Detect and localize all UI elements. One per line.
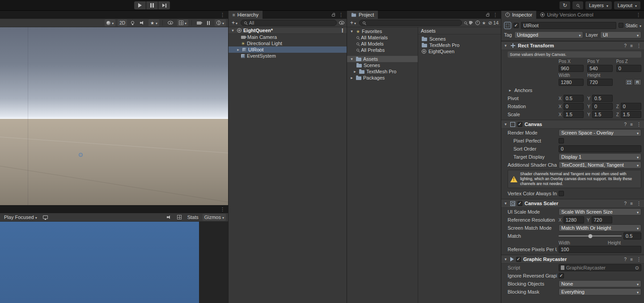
foldout-arrow-icon[interactable] xyxy=(230,28,235,33)
ignore-reversed-checkbox[interactable] xyxy=(559,273,564,278)
pixel-perfect-checkbox[interactable] xyxy=(559,138,564,143)
tag-dropdown[interactable]: Untagged xyxy=(514,31,584,38)
kebab-menu-icon[interactable] xyxy=(339,12,343,18)
slider-knob[interactable] xyxy=(588,234,592,238)
kebab-menu-icon[interactable] xyxy=(636,12,641,18)
foldout-arrow-icon[interactable] xyxy=(503,122,508,126)
foldout-arrow-icon[interactable] xyxy=(508,88,513,93)
play-button[interactable] xyxy=(134,1,146,9)
scene-camera-settings-button[interactable] xyxy=(195,19,203,26)
lock-icon[interactable] xyxy=(486,14,489,17)
graphic-raycaster-header[interactable]: Graphic Raycaster xyxy=(501,255,644,264)
create-object-button[interactable]: + xyxy=(231,19,238,26)
save-search-icon[interactable] xyxy=(482,20,486,25)
layout-dropdown[interactable]: Layout xyxy=(614,1,640,9)
layer-dropdown[interactable]: UI xyxy=(600,31,641,38)
game-viewport[interactable] xyxy=(0,222,228,303)
gizmos-dropdown-game[interactable]: Gizmos xyxy=(203,214,226,221)
vertex-color-checkbox[interactable] xyxy=(559,191,564,196)
foldout-arrow-icon[interactable] xyxy=(236,47,241,52)
foldout-arrow-icon[interactable] xyxy=(349,57,354,61)
screen-match-mode-dropdown[interactable]: Match Width Or Height xyxy=(559,224,641,231)
foldout-arrow-icon[interactable] xyxy=(503,201,508,206)
stats-button[interactable]: Stats xyxy=(186,214,200,221)
hierarchy-item-eventsystem[interactable]: EventSystem xyxy=(229,53,347,59)
scene-visibility-toggle[interactable] xyxy=(166,19,175,26)
play-focused-dropdown[interactable]: Play Focused xyxy=(2,214,39,221)
anchors-foldout[interactable]: Anchors xyxy=(501,86,644,94)
tree-item-favorites[interactable]: Favorites xyxy=(347,28,418,34)
height-field[interactable]: 720 xyxy=(587,79,612,86)
toggle-2d-button[interactable]: 2D xyxy=(118,19,127,26)
foldout-arrow-icon[interactable] xyxy=(349,76,354,80)
foldout-arrow-icon[interactable] xyxy=(503,43,508,48)
mute-audio-toggle[interactable] xyxy=(165,214,173,221)
scale-x-field[interactable]: 1.5 xyxy=(564,111,584,118)
blocking-mask-dropdown[interactable]: Everything xyxy=(559,288,641,295)
tree-item-all-prefabs[interactable]: All Prefabs xyxy=(347,47,418,53)
scale-y-field[interactable]: 1.5 xyxy=(592,111,613,118)
tab-project[interactable]: Project xyxy=(347,11,378,19)
tree-item-all-models[interactable]: All Models xyxy=(347,41,418,47)
ui-scale-mode-dropdown[interactable]: Scale With Screen Size xyxy=(559,208,641,215)
kebab-menu-icon[interactable] xyxy=(636,43,641,49)
hierarchy-item-main-camera[interactable]: Main Camera xyxy=(229,34,347,40)
tree-item-all-materials[interactable]: All Materials xyxy=(347,34,418,41)
kebab-menu-icon[interactable] xyxy=(636,257,641,262)
presets-icon[interactable] xyxy=(630,43,633,48)
scene-viewport[interactable] xyxy=(0,27,228,205)
presets-icon[interactable] xyxy=(630,257,633,262)
reference-x-field[interactable]: 1280 xyxy=(564,216,584,223)
pause-button[interactable] xyxy=(146,1,158,9)
kebab-menu-icon[interactable] xyxy=(493,12,498,18)
presets-icon[interactable] xyxy=(630,201,633,206)
grid-settings-dropdown[interactable] xyxy=(177,19,188,26)
shader-channels-dropdown[interactable]: TexCoord1, Normal, Tangent xyxy=(559,161,641,168)
help-icon[interactable] xyxy=(624,43,627,48)
object-picker-icon[interactable] xyxy=(635,265,639,271)
pivot-y-field[interactable]: 0.5 xyxy=(592,95,613,102)
filter-icon[interactable] xyxy=(339,21,344,25)
kebab-menu-icon[interactable] xyxy=(220,12,225,18)
pivot-x-field[interactable]: 0.5 xyxy=(564,95,584,102)
tab-hierarchy[interactable]: Hierarchy xyxy=(229,11,263,19)
project-search-input[interactable] xyxy=(359,20,462,26)
static-checkbox[interactable] xyxy=(619,23,623,28)
hierarchy-item-uiroot[interactable]: UIRoot xyxy=(229,46,347,53)
pos-x-field[interactable]: 960 xyxy=(559,65,584,72)
static-dropdown[interactable]: Static xyxy=(619,23,641,28)
tree-item-packages[interactable]: Packages xyxy=(347,75,418,81)
pos-y-field[interactable]: 540 xyxy=(587,65,612,72)
search-button[interactable] xyxy=(572,1,583,9)
help-icon[interactable] xyxy=(624,122,627,127)
search-by-type-icon[interactable] xyxy=(464,21,467,24)
scene-overlays-button[interactable] xyxy=(205,19,212,26)
graphic-raycaster-enabled-checkbox[interactable] xyxy=(516,257,521,262)
asset-item-eightqueen[interactable]: EightQueen xyxy=(418,48,501,55)
match-slider[interactable] xyxy=(559,232,622,240)
scene-lighting-toggle[interactable] xyxy=(129,19,136,26)
step-button[interactable] xyxy=(158,1,170,9)
active-checkbox[interactable] xyxy=(513,23,519,28)
gizmos-dropdown[interactable] xyxy=(215,19,226,26)
undo-history-button[interactable] xyxy=(559,1,570,9)
foldout-arrow-icon[interactable] xyxy=(352,69,357,74)
kebab-menu-icon[interactable] xyxy=(636,201,641,206)
info-icon[interactable] xyxy=(475,21,480,25)
tab-inspector[interactable]: Inspector xyxy=(501,11,536,19)
draw-mode-dropdown[interactable] xyxy=(105,19,115,26)
blocking-objects-dropdown[interactable]: None xyxy=(559,280,641,287)
asset-item-scenes[interactable]: Scenes xyxy=(418,36,501,42)
rotation-x-field[interactable]: 0 xyxy=(564,103,584,110)
canvas-header[interactable]: Canvas xyxy=(501,120,644,129)
hierarchy-search-input[interactable]: All xyxy=(241,20,337,26)
canvas-enabled-checkbox[interactable] xyxy=(517,122,522,127)
tree-item-textmesh-pro[interactable]: TextMesh Pro xyxy=(347,68,418,75)
raw-edit-mode-button[interactable]: R xyxy=(634,79,641,85)
gameobject-name-field[interactable]: UIRoot xyxy=(521,22,616,29)
create-asset-button[interactable]: + xyxy=(349,19,357,26)
selection-gizmo[interactable] xyxy=(79,153,83,157)
help-icon[interactable] xyxy=(624,201,627,206)
help-icon[interactable] xyxy=(624,257,627,262)
tab-unity-version-control[interactable]: Unity Version Control xyxy=(536,11,597,19)
